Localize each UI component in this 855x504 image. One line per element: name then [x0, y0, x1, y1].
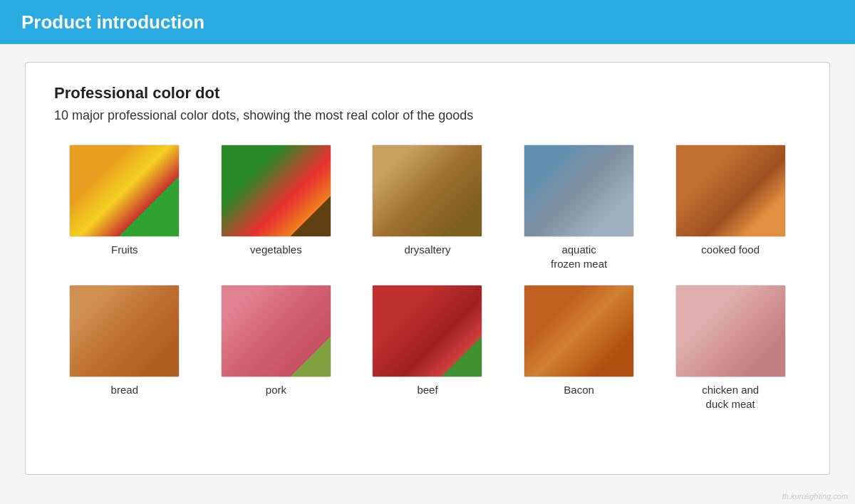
- food-label-beef: beef: [417, 383, 437, 397]
- page-wrapper: Product introduction Professional color …: [0, 0, 855, 504]
- food-grid: Fruitsvegetablesdrysalteryaquatic frozen…: [54, 145, 801, 411]
- food-item-pork: pork: [206, 285, 347, 411]
- food-label-vegetables: vegetables: [250, 243, 302, 257]
- header: Product introduction: [0, 0, 855, 44]
- food-image-pork: [221, 285, 331, 377]
- watermark: th.kurulighting.com: [782, 492, 848, 500]
- food-image-aquatic: [524, 145, 634, 237]
- main-content: Professional color dot 10 major professi…: [0, 44, 855, 504]
- food-item-bread: bread: [54, 285, 195, 411]
- food-item-bacon: Bacon: [509, 285, 650, 411]
- food-image-drysaltery: [372, 145, 482, 237]
- food-item-drysaltery: drysaltery: [357, 145, 498, 271]
- product-card: Professional color dot 10 major professi…: [25, 62, 830, 475]
- food-label-pork: pork: [266, 383, 286, 397]
- food-item-chicken: chicken and duck meat: [660, 285, 801, 411]
- food-item-vegetables: vegetables: [206, 145, 347, 271]
- food-item-cooked-food: cooked food: [660, 145, 801, 271]
- food-image-fruits: [69, 145, 180, 237]
- food-item-fruits: Fruits: [54, 145, 195, 271]
- card-subtitle: 10 major professional color dots, showin…: [54, 108, 801, 123]
- food-item-aquatic: aquatic frozen meat: [509, 145, 650, 271]
- food-image-beef: [372, 285, 482, 377]
- food-image-chicken: [675, 285, 786, 377]
- food-image-vegetables: [221, 145, 331, 237]
- card-title: Professional color dot: [54, 84, 801, 103]
- page-title: Product introduction: [21, 11, 204, 33]
- food-label-aquatic: aquatic frozen meat: [551, 243, 607, 271]
- food-image-bacon: [524, 285, 634, 377]
- food-image-bread: [69, 285, 180, 377]
- food-label-chicken: chicken and duck meat: [702, 383, 759, 411]
- food-image-cooked-food: [675, 145, 786, 237]
- food-label-drysaltery: drysaltery: [404, 243, 450, 257]
- food-label-fruits: Fruits: [111, 243, 138, 257]
- food-item-beef: beef: [357, 285, 498, 411]
- food-label-cooked-food: cooked food: [701, 243, 760, 257]
- food-label-bread: bread: [111, 383, 138, 397]
- food-label-bacon: Bacon: [564, 383, 594, 397]
